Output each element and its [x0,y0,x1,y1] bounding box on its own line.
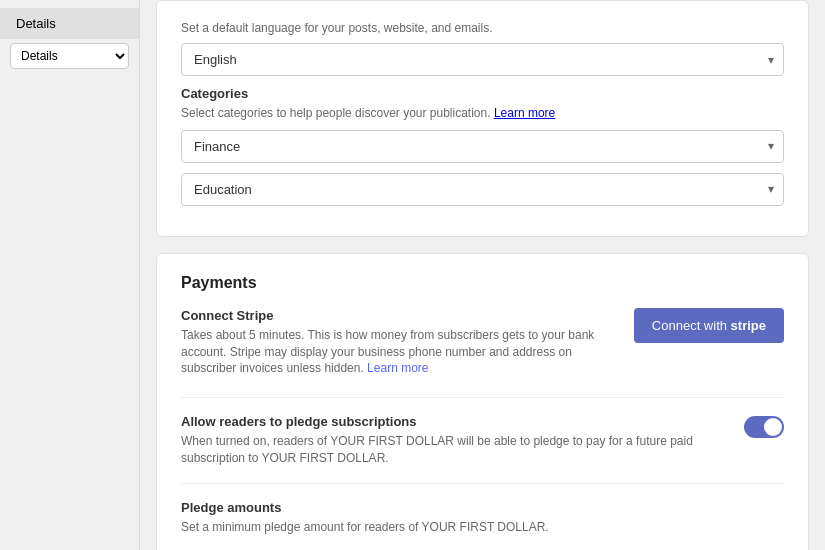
categories-label: Categories [181,86,784,101]
main-content: Set a default language for your posts, w… [140,0,825,550]
stripe-bold-text: stripe [731,318,766,333]
language-select[interactable]: English Spanish French German [181,43,784,76]
sidebar-item-details[interactable]: Details [0,8,139,39]
pledge-subscriptions-description: When turned on, readers of YOUR FIRST DO… [181,433,728,467]
payments-section: Payments Connect Stripe Takes about 5 mi… [156,253,809,550]
pledge-subscriptions-toggle[interactable] [744,416,784,438]
page-container: Details Details Set a default language f… [0,0,825,550]
categories-description-text: Select categories to help people discove… [181,106,491,120]
category2-select-wrapper: Education Finance Technology Health [181,173,784,206]
sidebar-select-wrap: Details [0,39,139,73]
pledge-subscriptions-label: Allow readers to pledge subscriptions [181,414,728,429]
sidebar-select[interactable]: Details [10,43,129,69]
connect-stripe-label: Connect Stripe [181,308,618,323]
pledge-subscriptions-row: Allow readers to pledge subscriptions Wh… [181,414,784,467]
divider-1 [181,397,784,398]
connect-stripe-description: Takes about 5 minutes. This is how money… [181,327,618,377]
payments-title: Payments [181,274,784,292]
categories-section: Categories Select categories to help peo… [181,86,784,206]
language-section: Set a default language for your posts, w… [181,21,784,76]
sidebar: Details Details [0,0,140,550]
category1-select-wrapper: Finance Technology Health Education [181,130,784,163]
connect-stripe-button[interactable]: Connect with stripe [634,308,784,343]
pledge-amounts-description: Set a minimum pledge amount for readers … [181,519,784,536]
connect-stripe-row: Connect Stripe Takes about 5 minutes. Th… [181,308,784,377]
category1-select[interactable]: Finance Technology Health Education [181,130,784,163]
language-select-wrapper: English Spanish French German [181,43,784,76]
pledge-amounts-section: Pledge amounts Set a minimum pledge amou… [181,500,784,550]
sidebar-item-label: Details [16,16,56,31]
pledge-amounts-label: Pledge amounts [181,500,784,515]
divider-2 [181,483,784,484]
categories-learn-more-link[interactable]: Learn more [494,106,555,120]
pledge-subscriptions-info: Allow readers to pledge subscriptions Wh… [181,414,728,467]
categories-description: Select categories to help people discove… [181,105,784,122]
category2-select[interactable]: Education Finance Technology Health [181,173,784,206]
top-section: Set a default language for your posts, w… [156,0,809,237]
connect-stripe-info: Connect Stripe Takes about 5 minutes. Th… [181,308,618,377]
language-description: Set a default language for your posts, w… [181,21,784,35]
connect-stripe-learn-more[interactable]: Learn more [367,361,428,375]
